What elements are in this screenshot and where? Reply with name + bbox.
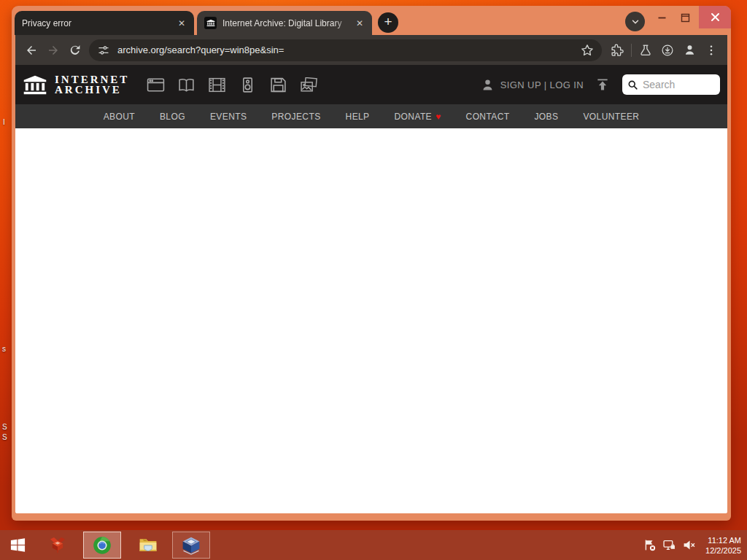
texts-icon[interactable] [177, 77, 196, 93]
file-explorer-icon [138, 535, 158, 556]
wordmark-line1: INTERNET [55, 74, 129, 85]
chevron-down-icon [630, 17, 640, 27]
nav-item-help[interactable]: HELP [346, 112, 370, 122]
internet-archive-favicon [204, 17, 217, 29]
heart-icon: ♥ [436, 112, 441, 122]
bookmark-star-icon[interactable] [580, 43, 595, 58]
clock-time: 11:12 AM [705, 535, 741, 545]
web-icon[interactable] [147, 77, 165, 93]
reload-icon [69, 44, 82, 57]
kebab-menu-icon [705, 44, 718, 57]
extensions-puzzle-icon [611, 44, 624, 57]
reload-button[interactable] [64, 39, 86, 61]
labs-button[interactable] [635, 39, 657, 61]
nav-item-jobs[interactable]: JOBS [534, 112, 558, 122]
downloads-button[interactable] [657, 39, 678, 61]
minimize-button[interactable] [649, 6, 674, 29]
new-tab-button[interactable]: + [378, 12, 398, 33]
tab-title: Privacy error [22, 18, 175, 28]
web-page: INTERNET ARCHIVE [15, 65, 727, 513]
header-account-area: SIGN UP | LOG IN [480, 74, 720, 95]
internet-archive-nav: ABOUT BLOG EVENTS PROJECTS HELP DONATE♥ … [15, 104, 727, 128]
taskbar-app-virtualbox[interactable] [172, 532, 210, 559]
person-icon [480, 77, 495, 93]
nav-item-blog[interactable]: BLOG [160, 112, 185, 122]
nav-item-donate-label: DONATE [395, 112, 433, 122]
nav-item-projects[interactable]: PROJECTS [271, 112, 320, 122]
tab-close-icon[interactable]: ✕ [175, 17, 188, 30]
network-status-icon[interactable] [662, 539, 676, 552]
menu-button[interactable] [700, 39, 722, 61]
internet-archive-logo-icon[interactable] [23, 74, 47, 96]
tab-close-icon[interactable]: ✕ [353, 17, 366, 30]
media-type-tabs [147, 77, 318, 93]
back-button[interactable] [20, 39, 42, 61]
action-center-flag-icon[interactable] [643, 539, 656, 552]
clock-date: 12/2/2025 [705, 545, 741, 556]
toolbar-separator [631, 44, 632, 57]
upload-icon[interactable] [595, 77, 610, 92]
back-arrow-icon [25, 44, 38, 57]
nav-item-donate[interactable]: DONATE♥ [395, 112, 441, 122]
taskbar-app-red-box[interactable] [41, 530, 74, 560]
profile-button[interactable] [678, 39, 700, 61]
profile-avatar-icon [683, 43, 697, 57]
site-search-box[interactable] [622, 74, 720, 95]
wordmark-line2: ARCHIVE [55, 85, 129, 95]
taskbar-app-file-explorer[interactable] [131, 530, 166, 560]
flask-icon [639, 44, 652, 57]
page-content-blank [15, 128, 727, 513]
nav-item-contact[interactable]: CONTACT [466, 112, 510, 122]
green-browser-icon [92, 535, 112, 556]
virtualbox-icon [181, 535, 201, 556]
close-button[interactable] [699, 6, 731, 28]
desktop-icon-label-fragment: s [2, 345, 6, 353]
minimize-icon [657, 13, 667, 23]
system-tray: 11:12 AM 12/2/2025 [643, 535, 747, 556]
forward-arrow-icon [47, 44, 60, 57]
browser-window: Privacy error ✕ Internet Archive: Digita… [12, 6, 731, 521]
tab-search-button[interactable] [625, 12, 645, 31]
tab-internet-archive[interactable]: Internet Archive: Digital Library ✕ [197, 11, 372, 35]
download-icon [661, 44, 674, 57]
nav-item-about[interactable]: ABOUT [104, 112, 135, 122]
video-icon[interactable] [208, 77, 226, 93]
desktop-icon-label-fragment: S [2, 423, 7, 431]
close-icon [711, 12, 720, 22]
windows-logo-icon [9, 537, 26, 553]
maximize-button[interactable] [674, 6, 696, 29]
internet-archive-header: INTERNET ARCHIVE [15, 65, 727, 104]
red-box-app-icon [47, 535, 68, 556]
nav-item-volunteer[interactable]: VOLUNTEER [583, 112, 639, 122]
volume-muted-icon[interactable] [682, 539, 695, 552]
maximize-icon [681, 13, 690, 23]
tab-title: Internet Archive: Digital Library [222, 18, 353, 28]
nav-item-events[interactable]: EVENTS [210, 112, 247, 122]
extensions-button[interactable] [606, 39, 628, 61]
taskbar-app-browser[interactable] [83, 532, 121, 559]
address-bar[interactable]: archive.org/search?query=win8pe&sin= [89, 39, 602, 61]
taskbar-clock[interactable]: 11:12 AM 12/2/2025 [705, 535, 741, 556]
search-icon [627, 79, 638, 90]
images-icon[interactable] [300, 77, 318, 93]
desktop-icon-label-fragment: I [3, 118, 5, 126]
taskbar: 11:12 AM 12/2/2025 [0, 530, 747, 560]
site-settings-icon[interactable] [98, 44, 109, 56]
internet-archive-wordmark[interactable]: INTERNET ARCHIVE [55, 74, 129, 95]
search-input[interactable] [643, 79, 715, 90]
tab-privacy-error[interactable]: Privacy error ✕ [15, 11, 194, 35]
start-button[interactable] [0, 530, 35, 560]
forward-button[interactable] [42, 39, 64, 61]
browser-toolbar: archive.org/search?query=win8pe&sin= [15, 35, 727, 65]
audio-icon[interactable] [239, 77, 257, 93]
software-icon[interactable] [269, 77, 287, 93]
url-text[interactable]: archive.org/search?query=win8pe&sin= [117, 44, 574, 55]
tab-strip: Privacy error ✕ Internet Archive: Digita… [12, 6, 731, 35]
signup-login-link[interactable]: SIGN UP | LOG IN [500, 79, 584, 90]
desktop-icon-label-fragment: S [2, 433, 7, 441]
